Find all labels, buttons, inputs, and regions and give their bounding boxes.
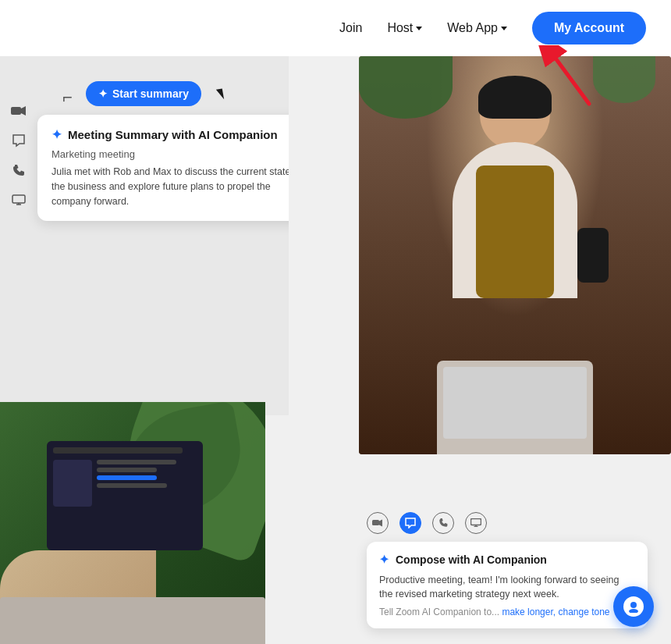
join-nav-link[interactable]: Join [339,21,362,35]
meeting-summary-card: ✦ Meeting Summary with AI Companion Mark… [37,115,289,221]
screen-share-icon [11,192,27,208]
svg-rect-4 [12,195,25,203]
keyboard-area [0,597,265,644]
compose-prompt: Tell Zoom AI Companion to... make longer… [379,607,635,617]
card-body: Julia met with Rob and Max to discuss th… [51,165,289,208]
make-longer-link[interactable]: make longer, [502,607,556,617]
phone-icon [11,162,27,178]
svg-line-1 [556,59,589,104]
svg-rect-7 [372,520,379,525]
svg-rect-9 [471,519,481,525]
person-apron [476,165,554,298]
message-compose-icon[interactable] [399,512,421,534]
card-sparkle-icon: ✦ [51,127,62,142]
phone-compose-icon[interactable] [432,512,454,534]
compose-body: Productive meeting, team! I'm looking fo… [379,573,635,603]
person-laptop [437,361,593,454]
video-icon [11,103,27,119]
start-summary-button[interactable]: ✦ Start summary [86,81,201,106]
right-image-panel [359,56,671,454]
card-subtitle: Marketing meeting [51,148,289,160]
corner-bracket: ⌐ [62,87,73,108]
svg-point-13 [629,609,638,613]
cursor-pointer [216,88,224,100]
sparkle-icon: ✦ [98,87,108,100]
left-panel: ⌐ ✦ Start summary ✦ Meeting Summary with… [0,56,289,415]
chat-icon [11,133,27,148]
chat-fab-button[interactable] [613,586,654,627]
arrow-annotation [534,45,605,119]
start-summary-label: Start summary [112,87,189,100]
bottom-right-panel: ✦ Compose with AI Companion Productive m… [367,512,648,629]
chat-fab-icon [623,596,644,617]
laptop-screen-mockup [47,441,203,550]
host-chevron-icon [416,27,422,30]
compose-ai-card: ✦ Compose with AI Companion Productive m… [367,542,648,629]
change-tone-link[interactable]: change tone [558,607,609,617]
compose-icons-row [367,512,648,534]
web-app-nav-link[interactable]: Web App [447,21,507,35]
screen-compose-icon[interactable] [465,512,487,534]
compose-title: ✦ Compose with AI Companion [379,553,635,567]
my-account-button[interactable]: My Account [532,12,646,44]
svg-marker-8 [379,519,382,526]
plant-decoration [359,56,453,119]
host-nav-link[interactable]: Host [387,21,422,35]
sidebar-icons [11,103,27,208]
laptop-screen [443,367,587,439]
person-phone [577,228,609,283]
svg-rect-2 [11,107,21,115]
video-compose-icon[interactable] [367,512,389,534]
card-title: ✦ Meeting Summary with AI Companion [51,127,289,142]
svg-marker-3 [21,106,26,116]
compose-sparkle-icon: ✦ [379,553,389,567]
main-content: ⌐ ✦ Start summary ✦ Meeting Summary with… [0,56,671,644]
bottom-left-panel [0,402,265,644]
web-app-chevron-icon [501,27,507,30]
svg-point-12 [630,602,637,608]
